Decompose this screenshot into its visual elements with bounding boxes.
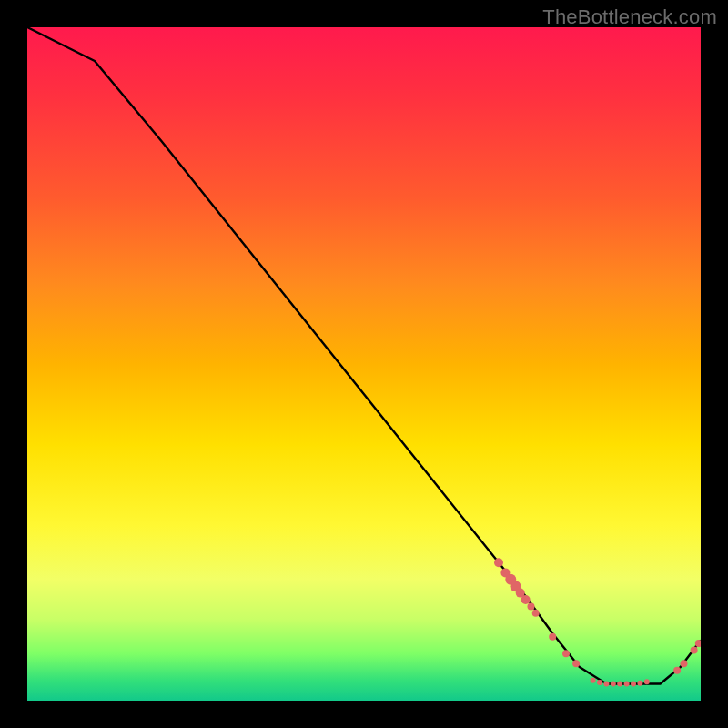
data-marker [591,678,596,683]
data-marker [532,610,540,617]
data-marker [631,682,636,687]
markers-group [494,558,701,686]
data-marker [528,602,535,610]
watermark-text: TheBottleneck.com [542,5,717,29]
data-marker [624,682,630,687]
data-marker [597,680,602,685]
data-marker [572,660,580,667]
data-marker [681,660,688,667]
data-marker [617,682,622,687]
chart-frame: TheBottleneck.com [0,0,728,728]
plot-area [27,27,701,701]
data-marker [549,633,556,641]
data-marker [562,650,570,657]
data-marker [644,679,650,684]
data-marker [611,682,616,687]
data-marker [494,558,503,567]
curve-svg [27,27,701,701]
data-marker [673,667,681,674]
data-marker [691,647,698,654]
data-marker [521,595,531,604]
curve-path [27,27,701,684]
data-marker [603,682,609,687]
data-marker [637,681,642,686]
